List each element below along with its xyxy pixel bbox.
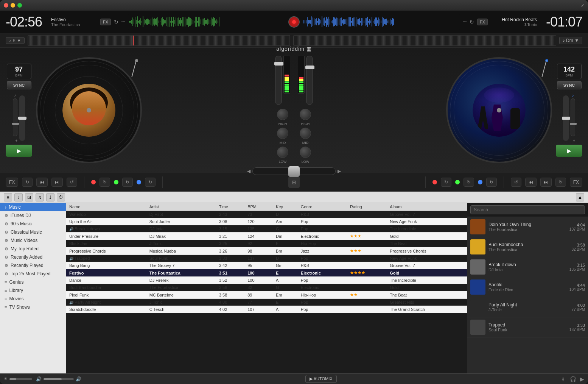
cue-blue-right[interactable] (478, 180, 482, 184)
eq-mid-right[interactable] (300, 128, 311, 139)
cue-blue-left[interactable] (137, 180, 141, 184)
next-track-left[interactable]: ⏭ (51, 178, 63, 187)
cue-loop-blue-left[interactable]: ↻ (145, 178, 156, 187)
table-row[interactable]: 🔊 Trapped Soul Funk 3:33 137 D Pop New A… (66, 255, 467, 262)
queue-list-item[interactable]: Trapped Soul Funk 3:33 137 BPM (467, 317, 588, 337)
eq-high-left[interactable] (277, 109, 288, 120)
loop-right[interactable]: ↻ (555, 178, 566, 187)
prev-track-right[interactable]: ⏮ (525, 178, 537, 187)
queue-search-input[interactable] (470, 205, 585, 214)
library-icon-eighth[interactable]: ♩ (46, 193, 54, 201)
sidebar-item-movies[interactable]: ≡ Movies (0, 295, 66, 303)
deck-right-sync-button[interactable]: SYNC (557, 81, 582, 89)
col-header-bpm[interactable]: BPM (244, 203, 273, 211)
deck-left-vol-slider[interactable]: ♪ - + (13, 93, 17, 143)
cue-green-right[interactable] (455, 180, 460, 184)
col-header-name[interactable]: Name (66, 203, 146, 211)
table-row[interactable]: Up in the Air Soul Jadler 3:08 120 Am Po… (66, 218, 467, 225)
library-icon-grid[interactable]: ⊡ (25, 193, 33, 201)
deck-left-sync-button[interactable]: SYNC (7, 81, 31, 89)
cue-red-left[interactable] (91, 180, 96, 184)
close-button[interactable] (4, 3, 8, 8)
sidebar-item-itunes-dj[interactable]: ⚙ iTunes DJ (0, 211, 66, 220)
queue-list-item[interactable]: Santilo Fede de Rico 4:44 104 BPM (467, 277, 588, 297)
sidebar-item-90s-music[interactable]: ⚙ 90's Music (0, 220, 66, 228)
eq-mid-left[interactable] (277, 128, 288, 139)
waveform-right[interactable] (303, 14, 460, 30)
dropdown-arrow-right[interactable]: ▼ (574, 38, 579, 43)
fx-button-right[interactable]: FX (477, 19, 488, 25)
table-row[interactable]: Pixel Funk MC Bartelme 3:58 89 Em Hip-Ho… (66, 291, 467, 299)
fx-toggle-right[interactable]: FX (570, 178, 582, 187)
grid-button[interactable]: ⊞ (288, 176, 300, 188)
table-row[interactable]: Budi Bamboocha The Fourtastica 3:58 82 G… (66, 284, 467, 291)
eq-low-left[interactable] (277, 147, 288, 158)
col-header-genre[interactable]: Genre (298, 203, 347, 211)
play-icon-bottom[interactable]: ▶ (580, 376, 584, 382)
table-row[interactable]: Waterloo Dj Hsot 2:43 73 D R&B Groove Vo… (66, 211, 467, 218)
deck-right-pitch-slider[interactable] (563, 95, 569, 141)
sidebar-item-my-top-rated[interactable]: ⚙ My Top Rated (0, 245, 66, 253)
sidebar-item-music[interactable]: ♪ Music (0, 203, 66, 211)
loop-icon-right[interactable]: ↻ (470, 19, 474, 25)
sidebar-item-genius[interactable]: ≡ Genius (0, 278, 66, 286)
table-row[interactable]: Scratchdoodle C Tesch 4:02 107 A Pop The… (66, 306, 467, 313)
col-header-artist[interactable]: Artist (146, 203, 216, 211)
sidebar-item-classical[interactable]: ⚙ Classical Music (0, 228, 66, 236)
deck-right-turntable[interactable] (446, 57, 552, 163)
repeat-left[interactable]: ↺ (67, 178, 77, 187)
channel-right-fader[interactable] (306, 56, 313, 105)
fullscreen-button[interactable] (17, 3, 22, 8)
queue-list-item[interactable]: Party All Night J-Tonic 4:00 77 BPM (467, 297, 588, 317)
deck-right-play-button[interactable]: ▶ (556, 145, 582, 157)
automix-button[interactable]: ▶ AUTOMIX (305, 375, 336, 383)
col-header-time[interactable]: Time (216, 203, 244, 211)
table-row[interactable]: 🔊 Break it down DJ Imia 3:15 135 G Pop T… (66, 225, 467, 233)
cue-loop-red-right[interactable]: ↻ (441, 178, 451, 187)
table-row[interactable]: Under Pressure DJ Mirak 3:21 124 Dm Elec… (66, 233, 467, 240)
channel-left-fader[interactable] (275, 56, 282, 105)
sidebar-item-tv-shows[interactable]: ≡ TV Shows (0, 303, 66, 311)
sidebar-item-recently-added[interactable]: ⚙ Recently Added (0, 253, 66, 261)
table-row[interactable]: 🔊 Party All Night J-Tonic 4:00 77 E Pop … (66, 299, 467, 306)
col-header-rating[interactable]: Rating (347, 203, 387, 211)
loop-left[interactable]: ↻ (22, 178, 33, 187)
library-icon-music[interactable]: ♪ (14, 193, 23, 201)
waveform-left[interactable] (128, 14, 285, 30)
deck-left-pitch-slider[interactable] (19, 95, 25, 141)
sidebar-item-recently-played[interactable]: ⚙ Recently Played (0, 261, 66, 270)
headphones-icon[interactable]: 🎧 (570, 376, 576, 382)
next-track-right[interactable]: ⏭ (540, 178, 552, 187)
brightness-slider[interactable] (9, 378, 32, 380)
table-row[interactable]: Festivo The Fourtastica 3:51 100 E Elect… (66, 269, 467, 277)
fx-toggle-left[interactable]: FX (6, 178, 18, 187)
sidebar-item-music-videos[interactable]: ⚙ Music Videos (0, 236, 66, 245)
table-row[interactable]: Dance DJ Firerek 3:52 100 A Pop The Incr… (66, 277, 467, 284)
volume-slider[interactable] (44, 378, 74, 380)
repeat-right[interactable]: ↺ (511, 178, 521, 187)
queue-list-item[interactable]: Budi Bamboocha The Fourtastica 3:58 82 B… (467, 237, 588, 257)
eq-key-left[interactable]: ♪ E ▼ (6, 37, 25, 44)
library-collapse-button[interactable]: ▲ (576, 193, 584, 201)
fx-button-left[interactable]: FX (100, 19, 111, 25)
library-icon-clock[interactable]: ⏱ (57, 193, 65, 201)
crossfader-thumb[interactable] (288, 166, 300, 177)
eq-high-right[interactable] (300, 109, 311, 120)
deck-right-vol-slider[interactable]: ♪ - + (571, 93, 575, 143)
cue-loop-red-left[interactable]: ↻ (100, 178, 110, 187)
cue-red-right[interactable] (432, 180, 437, 184)
deck-left-play-button[interactable]: ▶ (6, 145, 32, 157)
record-button[interactable] (288, 16, 300, 28)
expand-icon[interactable]: ⤢ (581, 3, 584, 8)
loop-icon-left[interactable]: ↻ (114, 19, 118, 25)
minimize-button[interactable] (11, 3, 15, 8)
cue-green-left[interactable] (114, 180, 118, 184)
col-header-key[interactable]: Key (273, 203, 298, 211)
table-row[interactable]: Bang Bang The Groovy 7 3:42 95 Gm R&B Gr… (66, 262, 467, 269)
eq-low-right[interactable] (300, 147, 311, 158)
crossfader[interactable] (252, 167, 336, 175)
cue-loop-green-left[interactable]: ↻ (122, 178, 133, 187)
queue-list-item[interactable]: Break it down DJ Imia 3:15 135 BPM (467, 257, 588, 277)
sidebar-item-library[interactable]: ≡ Library (0, 286, 66, 295)
table-row[interactable]: Progressive Chords Musica Nueba 3:26 98 … (66, 247, 467, 255)
